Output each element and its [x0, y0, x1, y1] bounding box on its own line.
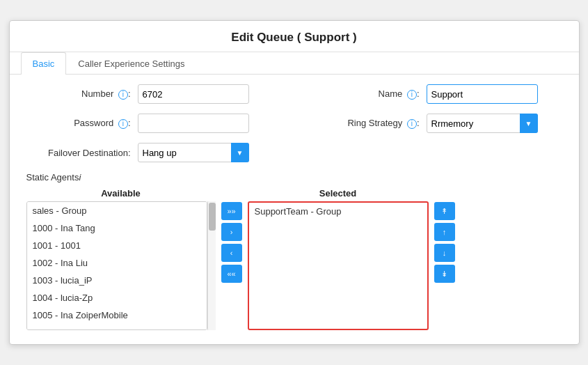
right-order-buttons: ↟ ↑ ↓ ↡	[429, 188, 461, 283]
list-item[interactable]: 1005 - Ina ZoiperMobile	[27, 306, 207, 324]
move-bottom-button[interactable]: ↡	[434, 265, 455, 283]
name-input[interactable]	[427, 84, 538, 104]
number-label: Number i:	[26, 88, 138, 100]
ring-strategy-select[interactable]: Rrmemory	[427, 114, 538, 133]
col-right: Name i: Ring Strategy i: Rrmemory	[301, 84, 562, 172]
agents-section: Available sales - Group 1000 - Ina Tang …	[10, 188, 579, 330]
available-scroll-container: sales - Group 1000 - Ina Tang 1001 - 100…	[26, 201, 216, 330]
list-item[interactable]: 1006 - Ina MediaF	[27, 324, 207, 330]
dialog-title: Edit Queue ( Support )	[10, 21, 579, 52]
ring-strategy-label: Ring Strategy i:	[315, 118, 427, 129]
tab-bar: Basic Caller Experience Settings	[10, 52, 579, 75]
list-item[interactable]: 1001 - 1001	[27, 237, 207, 254]
available-list[interactable]: sales - Group 1000 - Ina Tang 1001 - 100…	[26, 201, 207, 330]
available-scrollbar-thumb	[209, 203, 216, 231]
form-two-col: Number i: Password i: Failover Destinati…	[26, 84, 562, 172]
move-left-button[interactable]: ‹	[221, 244, 242, 262]
selected-list-container: Selected SupportTeam - Group	[248, 188, 429, 330]
ring-strategy-info-icon[interactable]: i	[407, 119, 417, 129]
name-row: Name i:	[315, 84, 562, 104]
failover-row: Failover Destination: Hang up	[26, 143, 273, 162]
list-item[interactable]: SupportTeam - Group	[249, 203, 427, 220]
ring-strategy-row: Ring Strategy i: Rrmemory	[315, 114, 562, 133]
tab-basic[interactable]: Basic	[21, 52, 67, 75]
failover-select-wrap: Hang up	[138, 143, 249, 162]
ring-strategy-select-wrap: Rrmemory	[427, 114, 538, 133]
middle-transfer-buttons: »» › ‹ ««	[216, 188, 248, 283]
name-label: Name i:	[315, 88, 427, 100]
password-input[interactable]	[138, 114, 249, 133]
password-label: Password i:	[26, 118, 138, 129]
move-up-button[interactable]: ↑	[434, 223, 455, 241]
available-header: Available	[101, 188, 141, 199]
static-agents-info-icon[interactable]: i	[79, 172, 81, 182]
edit-queue-dialog: Edit Queue ( Support ) Basic Caller Expe…	[9, 20, 580, 345]
move-top-button[interactable]: ↟	[434, 202, 455, 220]
number-info-icon[interactable]: i	[118, 90, 128, 100]
failover-label: Failover Destination:	[26, 148, 138, 158]
failover-select[interactable]: Hang up	[138, 143, 249, 162]
list-item[interactable]: 1000 - Ina Tang	[27, 219, 207, 237]
name-info-icon[interactable]: i	[407, 90, 417, 100]
tab-caller-experience[interactable]: Caller Experience Settings	[66, 52, 196, 75]
form-area: Number i: Password i: Failover Destinati…	[10, 84, 579, 172]
move-all-left-button[interactable]: ««	[221, 265, 242, 283]
list-item[interactable]: 1002 - Ina Liu	[27, 254, 207, 272]
selected-header: Selected	[319, 188, 356, 199]
col-left: Number i: Password i: Failover Destinati…	[26, 84, 273, 172]
move-down-button[interactable]: ↓	[434, 244, 455, 262]
list-item[interactable]: 1004 - lucia-Zp	[27, 289, 207, 306]
selected-list[interactable]: SupportTeam - Group	[248, 201, 429, 330]
number-input[interactable]	[138, 84, 249, 104]
password-info-icon[interactable]: i	[118, 119, 128, 129]
move-right-button[interactable]: ›	[221, 223, 242, 241]
list-item[interactable]: 1003 - lucia_iP	[27, 272, 207, 289]
move-all-right-button[interactable]: »»	[221, 202, 242, 220]
available-scrollbar[interactable]	[207, 201, 216, 330]
list-item[interactable]: sales - Group	[27, 202, 207, 219]
static-agents-label: Static Agents i	[10, 172, 579, 182]
password-row: Password i:	[26, 114, 273, 133]
available-list-container: Available sales - Group 1000 - Ina Tang …	[26, 188, 216, 330]
number-row: Number i:	[26, 84, 273, 104]
